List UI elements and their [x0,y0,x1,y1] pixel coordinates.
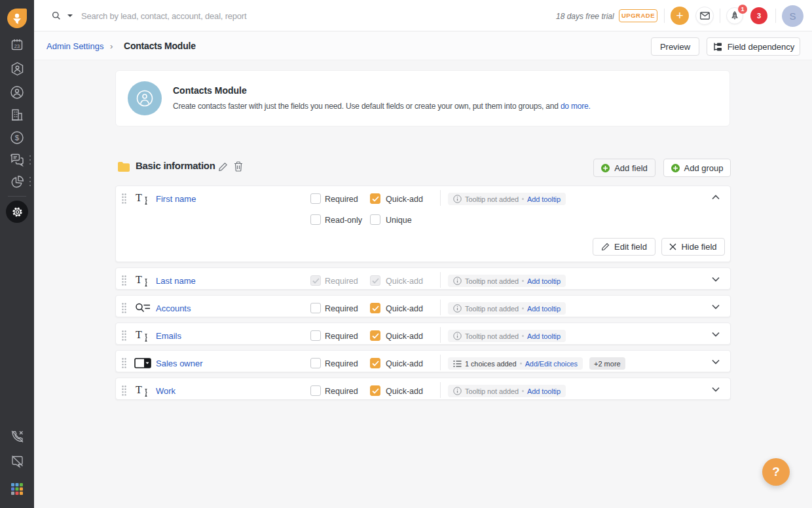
deals-icon[interactable]: $ [0,130,34,145]
quick-add-checkbox[interactable] [370,385,380,396]
unique-label: Unique [386,216,412,225]
quick-add-label: Quick-add [386,359,423,368]
required-checkbox[interactable] [310,385,321,396]
required-checkbox[interactable] [310,193,321,204]
edit-field-label: Edit field [614,242,647,252]
topbar-divider [664,9,665,23]
edit-group-icon[interactable] [218,162,228,172]
required-checkbox[interactable] [310,358,321,368]
contacts-module-icon [128,81,162,115]
breadcrumb-admin-settings[interactable]: Admin Settings [46,41,103,51]
module-card: Contacts Module Create contacts faster w… [115,70,730,127]
tooltip-status: Tooltip not added [465,387,519,395]
tooltip-pill: Tooltip not added Add tooltip [448,302,566,315]
add-field-button[interactable]: Add field [593,159,655,177]
do-more-link[interactable]: do more. [561,102,591,111]
search-input[interactable]: Search by lead, contact, account, deal, … [81,11,246,21]
help-button[interactable]: ? [762,458,790,486]
drag-handle-icon[interactable] [122,303,126,313]
more-badge[interactable]: +2 more [589,357,625,370]
search-control[interactable] [52,0,73,31]
tooltip-pill: Tooltip not added Add tooltip [448,330,566,342]
collapse-chevron-icon[interactable] [712,195,720,200]
settings-icon-active[interactable] [6,201,28,223]
quick-add-button[interactable]: + [671,7,689,25]
unique-checkbox[interactable] [370,214,380,225]
phone-disabled-icon[interactable] [0,429,34,444]
preview-label: Preview [660,42,690,52]
expand-chevron-icon[interactable] [712,387,720,392]
drag-handle-icon[interactable] [122,358,126,368]
quick-add-checkbox[interactable] [370,303,380,313]
row-divider [440,382,441,398]
field-dependency-button[interactable]: Field dependency [707,37,800,56]
drag-handle-icon[interactable] [122,193,126,204]
read-only-checkbox[interactable] [310,214,321,225]
reports-more-icon[interactable] [29,177,31,186]
breadcrumb-separator: › [110,41,113,51]
required-checkbox[interactable] [310,303,321,313]
row-divider [440,355,441,370]
conversations-more-icon[interactable] [29,155,31,165]
pencil-icon [601,243,610,251]
notifications-button[interactable]: 3 [750,7,767,24]
rocket-icon [730,11,739,20]
row-divider [440,327,441,343]
info-icon [453,387,462,395]
freshsales-logo[interactable] [0,7,34,29]
field-name-link[interactable]: Accounts [156,303,191,313]
quick-add-checkbox[interactable] [370,330,380,341]
calendar-icon[interactable]: 23 [0,37,34,52]
svg-text:$: $ [15,134,20,142]
quick-add-checkbox[interactable] [370,358,380,368]
expand-chevron-icon[interactable] [712,332,720,337]
drag-handle-icon[interactable] [122,275,126,286]
row-divider [440,190,441,206]
delete-group-icon[interactable] [234,161,243,172]
add-tooltip-link[interactable]: Add tooltip [527,195,561,203]
edit-field-button[interactable]: Edit field [593,238,655,256]
add-group-button[interactable]: Add group [663,159,731,177]
accounts-icon[interactable] [0,107,34,122]
add-tooltip-link[interactable]: Add tooltip [527,305,561,313]
hide-field-button[interactable]: Hide field [661,238,725,256]
field-dependency-icon [712,42,723,52]
expand-chevron-icon[interactable] [712,277,720,282]
field-name-link[interactable]: Emails [156,331,181,341]
field-row-sales-owner: Sales owner Required Quick-add 1 choices… [115,350,731,372]
add-tooltip-link[interactable]: Add tooltip [527,277,561,285]
chat-disabled-icon[interactable] [0,454,34,469]
required-label: Required [325,195,358,204]
tooltip-status: Tooltip not added [465,277,519,285]
drag-handle-icon[interactable] [122,330,126,341]
preview-button[interactable]: Preview [651,37,699,56]
info-icon [453,332,462,340]
topbar-divider2 [720,9,720,23]
add-tooltip-link[interactable]: Add tooltip [527,332,561,340]
add-tooltip-link[interactable]: Add tooltip [527,387,561,395]
drag-handle-icon[interactable] [122,385,126,396]
field-name-link[interactable]: Sales owner [156,359,203,368]
svg-text:T: T [136,329,142,340]
avatar[interactable]: S [782,5,803,27]
apps-grid-icon[interactable] [0,482,34,496]
dot-separator [522,390,524,392]
leads-icon[interactable] [0,62,34,76]
quick-add-checkbox[interactable] [370,193,380,204]
topbar-divider3 [775,9,776,23]
quick-add-checkbox-disabled [370,275,380,286]
search-caret-icon [67,14,73,18]
text-field-icon: T [134,273,151,288]
expand-chevron-icon[interactable] [712,359,720,364]
contacts-icon[interactable] [0,85,34,100]
required-checkbox[interactable] [310,330,321,341]
field-name-link[interactable]: First name [156,194,196,204]
field-name-link[interactable]: Last name [156,276,196,286]
hide-field-label: Hide field [681,242,716,252]
expand-chevron-icon[interactable] [712,304,720,309]
field-name-link[interactable]: Work [156,386,175,396]
info-icon [453,304,462,313]
add-edit-choices-link[interactable]: Add/Edit choices [525,360,578,368]
email-button[interactable] [695,7,714,25]
upgrade-button[interactable]: UPGRADE [619,9,657,22]
